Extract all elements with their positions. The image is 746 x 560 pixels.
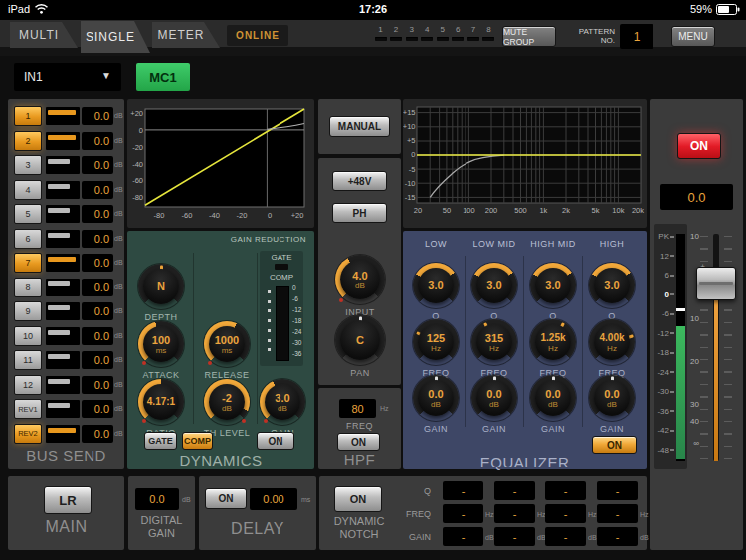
comp-button[interactable]: COMP — [182, 432, 213, 450]
fader-level-display[interactable]: 0.0 — [660, 184, 733, 210]
gate-button[interactable]: GATE — [144, 432, 177, 450]
eq-low-q-knob[interactable]: 3.0 — [413, 263, 459, 308]
bus-send-level-slider[interactable] — [46, 156, 80, 174]
attack-knob[interactable]: 100ms — [138, 321, 184, 367]
fader-scale-tick: 40 — [685, 417, 699, 426]
eq-high-freq-knob[interactable]: 4.00kHz — [589, 319, 635, 365]
fader-handle[interactable] — [696, 267, 736, 300]
eq-high-gain-knob[interactable]: 0.0dB — [589, 375, 635, 421]
mute-indicator-1: 1 — [374, 25, 387, 45]
eq-highmid-freq-unit: Hz — [548, 344, 558, 353]
eq-gain-label: GAIN — [465, 424, 524, 434]
mixer-app: iPad 17:26 59% MULTI SINGLE METER ONLINE… — [0, 0, 746, 560]
tab-single[interactable]: SINGLE — [81, 21, 150, 53]
eq-highmid-freq-knob[interactable]: 1.25kHz — [530, 319, 576, 365]
bus-send-on-button[interactable]: 8 — [14, 278, 42, 297]
gr-scale-tick: -6 — [292, 295, 306, 302]
input-gain-knob[interactable]: 4.0dB — [335, 255, 385, 304]
channel-on-button[interactable]: ON — [677, 133, 721, 159]
eq-lowmid-q-knob[interactable]: 3.0 — [471, 263, 517, 308]
bus-send-on-button[interactable]: 9 — [14, 301, 42, 321]
bus-send-level-slider[interactable] — [46, 230, 80, 248]
th-level-unit: dB — [222, 404, 232, 413]
bus-send-level-slider[interactable] — [46, 400, 80, 418]
bus-send-on-button[interactable]: 7 — [14, 253, 42, 273]
digital-gain-title-line1: DIGITAL — [128, 514, 195, 527]
pattern-number-display[interactable]: 1 — [620, 24, 653, 49]
dyn-y-tick: +20 — [130, 109, 143, 118]
phase-button[interactable]: PH — [332, 203, 387, 223]
gr-gate-label: GATE — [260, 253, 303, 262]
pan-knob[interactable]: C — [335, 315, 385, 365]
eq-low-freq-knob[interactable]: 125Hz — [413, 319, 459, 365]
bus-send-on-button[interactable]: 6 — [14, 229, 42, 249]
bus-send-on-button[interactable]: 2 — [14, 131, 42, 151]
digital-gain-display[interactable]: 0.0 — [135, 488, 179, 510]
bus-send-level-slider[interactable] — [46, 254, 80, 272]
mute-indicator-3: 3 — [405, 25, 418, 45]
dyn-y-tick: -20 — [132, 143, 143, 152]
phantom-48v-button[interactable]: +48V — [332, 171, 387, 191]
tab-bar: MULTI SINGLE METER ONLINE 1 2 3 4 5 6 7 … — [0, 20, 746, 56]
eq-highmid-gain-knob[interactable]: 0.0dB — [530, 375, 576, 421]
manual-button[interactable]: MANUAL — [329, 116, 390, 137]
eq-low-gain-unit: dB — [431, 400, 441, 409]
delay-time-display[interactable]: 0.00 — [250, 488, 297, 510]
bus-send-level-slider[interactable] — [46, 327, 80, 345]
bus-send-level-slider[interactable] — [46, 351, 80, 369]
bus-send-level-slider[interactable] — [46, 302, 80, 320]
bus-send-on-button[interactable]: 5 — [14, 204, 42, 224]
bus-send-level-slider[interactable] — [46, 132, 80, 150]
tab-meter[interactable]: METER — [152, 22, 220, 48]
channel-name-button[interactable]: MC1 — [136, 63, 190, 91]
tab-multi[interactable]: MULTI — [10, 22, 78, 48]
meter-green-fill — [676, 326, 685, 459]
dyn-x-tick: +20 — [291, 211, 304, 220]
mute-group-button[interactable]: MUTE GROUP — [502, 26, 556, 47]
main-lr-button[interactable]: LR — [44, 486, 92, 514]
channel-select-dropdown[interactable]: IN1 ▼ — [14, 63, 121, 91]
hpf-freq-display[interactable]: 80 — [339, 399, 376, 418]
bus-send-level-slider[interactable] — [46, 181, 80, 199]
meter-scale-tick: -30 — [654, 387, 674, 396]
eq-highmid-gain-unit: dB — [548, 400, 558, 409]
dynamic-notch-on-button[interactable]: ON — [334, 486, 382, 512]
dyn-gain-knob[interactable]: 3.0dB — [260, 379, 305, 425]
eq-lowmid-gain-knob[interactable]: 0.0dB — [471, 375, 517, 421]
digital-gain-title: DIGITAL GAIN — [128, 514, 195, 540]
delay-on-button[interactable]: ON — [205, 488, 247, 509]
mute-indicator-lamp — [421, 37, 433, 41]
dynamics-on-button[interactable]: ON — [257, 432, 294, 450]
bus-send-level-slider[interactable] — [46, 425, 80, 443]
eq-high-q-knob[interactable]: 3.0 — [589, 263, 635, 308]
eq-highmid-q-knob[interactable]: 3.0 — [530, 263, 576, 308]
eq-lowmid-freq-knob[interactable]: 315Hz — [471, 319, 517, 365]
bus-send-level-slider[interactable] — [46, 205, 80, 223]
release-knob[interactable]: 1000ms — [204, 321, 250, 367]
bus-send-on-button[interactable]: 11 — [14, 350, 42, 370]
eq-on-button[interactable]: ON — [592, 436, 637, 454]
menu-button[interactable]: MENU — [671, 26, 715, 47]
bus-send-on-button[interactable]: REV2 — [14, 424, 42, 444]
bus-send-on-button[interactable]: 12 — [14, 375, 42, 395]
eq-low-gain-knob[interactable]: 0.0dB — [413, 375, 459, 421]
bus-send-level-slider[interactable] — [46, 279, 80, 296]
bus-send-on-button[interactable]: REV1 — [14, 399, 42, 419]
notch-freq-unit: Hz — [485, 511, 494, 518]
eq-high-freq-unit: Hz — [607, 344, 617, 353]
bus-send-row-6: 6 0.0 dB — [8, 229, 124, 250]
bus-send-level-slider[interactable] — [46, 376, 80, 394]
dynamics-title: DYNAMICS — [127, 452, 314, 468]
bus-send-on-button[interactable]: 10 — [14, 326, 42, 346]
depth-knob[interactable]: N — [138, 264, 184, 309]
bus-send-level-slider[interactable] — [46, 107, 80, 125]
bus-send-on-button[interactable]: 3 — [14, 155, 42, 175]
th-level-knob[interactable]: -2dB — [204, 379, 250, 425]
ratio-knob[interactable]: 4.17:1 — [138, 379, 184, 425]
online-status-badge: ONLINE — [227, 25, 288, 46]
bus-send-on-button[interactable]: 4 — [14, 180, 42, 200]
hpf-on-button[interactable]: ON — [337, 433, 380, 451]
bus-send-on-button[interactable]: 1 — [14, 106, 42, 126]
mute-indicator-5: 5 — [436, 25, 449, 45]
bus-send-value-display: 0.0 — [82, 254, 113, 272]
